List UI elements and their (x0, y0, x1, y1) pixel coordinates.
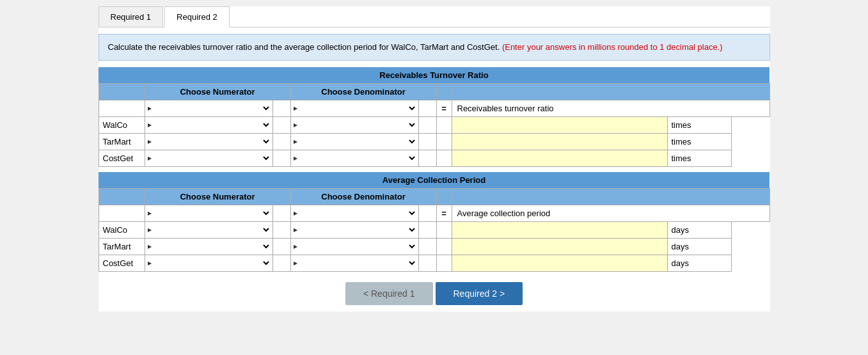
receivables-result-label: Receivables turnover ratio (452, 100, 769, 116)
receivables-costget-result-field[interactable] (454, 152, 666, 164)
avg-tarmart-num-input[interactable] (272, 238, 290, 255)
receivables-header-denom-field[interactable] (420, 102, 435, 114)
avg-col-eq (436, 188, 452, 205)
receivables-walco-num-field[interactable] (274, 119, 289, 131)
avg-costget-num-select[interactable] (146, 256, 271, 270)
avg-walco-num-dropdown[interactable] (145, 221, 272, 238)
receivables-tarmart-label: TarMart (99, 133, 145, 150)
avg-tarmart-denom-input[interactable] (418, 238, 436, 255)
avg-costget-num-input[interactable] (272, 255, 290, 271)
avg-costget-num-field[interactable] (274, 257, 289, 269)
avg-costget-denom-select[interactable] (292, 256, 417, 270)
avg-costget-result[interactable] (452, 255, 667, 271)
avg-costget-result-field[interactable] (454, 257, 666, 269)
receivables-walco-denom-field[interactable] (420, 119, 435, 131)
receivables-header-denom-input[interactable] (418, 100, 436, 116)
info-box: Calculate the receivables turnover ratio… (99, 34, 770, 61)
receivables-walco-denom-select[interactable] (292, 118, 417, 132)
avg-header-denom-select[interactable] (292, 207, 417, 220)
avg-tarmart-num-field[interactable] (274, 241, 289, 253)
receivables-costget-num-field[interactable] (274, 152, 289, 164)
receivables-walco-unit: times (667, 116, 731, 133)
receivables-walco-num-dropdown[interactable] (145, 116, 272, 133)
receivables-walco-result-field[interactable] (454, 119, 666, 131)
receivables-tarmart-num-dropdown[interactable] (145, 133, 272, 150)
avg-header-num-input[interactable] (272, 205, 290, 221)
avg-walco-num-select[interactable] (146, 223, 271, 237)
receivables-costget-denom-field[interactable] (420, 152, 435, 164)
receivables-tarmart-denom-input[interactable] (418, 133, 436, 150)
receivables-costget-denom-input[interactable] (418, 150, 436, 166)
avg-costget-denom-dropdown[interactable] (290, 255, 418, 271)
avg-tarmart-denom-select[interactable] (292, 240, 417, 253)
tab-required2[interactable]: Required 2 (164, 6, 230, 28)
prev-button[interactable]: < Required 1 (345, 282, 433, 305)
avg-walco-num-field[interactable] (274, 224, 289, 236)
avg-walco-unit: days (667, 221, 731, 238)
tab-required1[interactable]: Required 1 (99, 6, 164, 27)
avg-header-num-dropdown[interactable] (145, 205, 272, 221)
avg-header-eq: = (436, 205, 452, 221)
avg-tarmart-num-select[interactable] (146, 240, 271, 253)
receivables-walco-label: WalCo (99, 116, 145, 133)
receivables-tarmart-num-field[interactable] (274, 136, 289, 148)
avg-walco-result[interactable] (452, 221, 667, 238)
receivables-costget-unit: times (667, 150, 731, 166)
avg-header-denom-dropdown[interactable] (290, 205, 418, 221)
receivables-header-num-field[interactable] (274, 102, 289, 114)
receivables-costget-num-input[interactable] (272, 150, 290, 166)
receivables-costget-denom-dropdown[interactable] (290, 150, 418, 166)
avg-walco-denom-dropdown[interactable] (290, 221, 418, 238)
avg-walco-num-input[interactable] (272, 221, 290, 238)
receivables-tarmart-denom-dropdown[interactable] (290, 133, 418, 150)
receivables-walco-result[interactable] (452, 116, 667, 133)
receivables-costget-num-dropdown[interactable] (145, 150, 272, 166)
avg-tarmart-eq (436, 238, 452, 255)
receivables-tarmart-result-field[interactable] (454, 136, 666, 148)
receivables-header-num-input[interactable] (272, 100, 290, 116)
receivables-walco-num-select[interactable] (146, 118, 271, 132)
tab-bar: Required 1 Required 2 (99, 6, 770, 28)
nav-buttons: < Required 1 Required 2 > (99, 282, 770, 312)
receivables-tarmart-num-select[interactable] (146, 135, 271, 148)
avg-collection-section: Average Collection Period Choose Numerat… (99, 172, 770, 272)
avg-walco-denom-input[interactable] (418, 221, 436, 238)
receivables-tarmart-num-input[interactable] (272, 133, 290, 150)
avg-col-result (452, 188, 769, 205)
avg-collection-title: Average Collection Period (99, 172, 769, 189)
avg-header-num-select[interactable] (146, 207, 271, 220)
avg-costget-num-dropdown[interactable] (145, 255, 272, 271)
avg-walco-denom-field[interactable] (420, 224, 435, 236)
info-red-text: (Enter your answers in millions rounded … (502, 42, 723, 52)
receivables-walco-num-input[interactable] (272, 116, 290, 133)
avg-walco-result-field[interactable] (454, 224, 666, 236)
avg-header-num-field[interactable] (274, 207, 289, 219)
avg-tarmart-result-field[interactable] (454, 241, 666, 253)
avg-tarmart-num-dropdown[interactable] (145, 238, 272, 255)
receivables-col1: Choose Numerator (145, 83, 290, 100)
avg-col2: Choose Denominator (290, 188, 436, 205)
receivables-header-denom-dropdown[interactable] (290, 100, 418, 116)
receivables-costget-denom-select[interactable] (292, 152, 417, 165)
receivables-costget-num-select[interactable] (146, 152, 271, 165)
receivables-col-eq (436, 83, 452, 100)
receivables-header-denom-select[interactable] (292, 102, 417, 115)
avg-costget-denom-field[interactable] (420, 257, 435, 269)
avg-costget-denom-input[interactable] (418, 255, 436, 271)
avg-header-denom-field[interactable] (420, 207, 435, 219)
receivables-walco-denom-input[interactable] (418, 116, 436, 133)
receivables-header-num-select[interactable] (146, 102, 271, 115)
receivables-walco-denom-dropdown[interactable] (290, 116, 418, 133)
receivables-tarmart-denom-field[interactable] (420, 136, 435, 148)
avg-tarmart-denom-field[interactable] (420, 241, 435, 253)
receivables-costget-result[interactable] (452, 150, 667, 166)
receivables-costget-eq (436, 150, 452, 166)
next-button[interactable]: Required 2 > (436, 282, 523, 305)
avg-walco-denom-select[interactable] (292, 223, 417, 237)
avg-tarmart-result[interactable] (452, 238, 667, 255)
receivables-tarmart-denom-select[interactable] (292, 135, 417, 148)
avg-tarmart-denom-dropdown[interactable] (290, 238, 418, 255)
receivables-header-num-dropdown[interactable] (145, 100, 272, 116)
avg-header-denom-input[interactable] (418, 205, 436, 221)
receivables-tarmart-result[interactable] (452, 133, 667, 150)
